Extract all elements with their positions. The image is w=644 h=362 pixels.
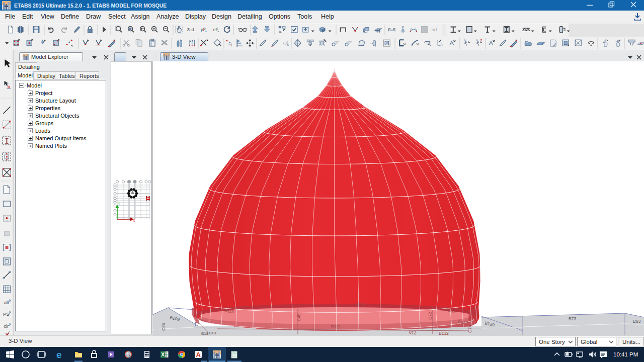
svg-text:C65: C65 (161, 323, 166, 331)
svg-text:3-d: 3-d (187, 27, 194, 32)
svg-text:Properties: Properties (35, 105, 61, 111)
svg-text:Named Output Items: Named Output Items (35, 135, 87, 141)
svg-text:PS: PS (3, 311, 10, 317)
svg-text:10:41 PM: 10:41 PM (613, 351, 638, 357)
svg-text:A: A (196, 351, 201, 358)
svg-text:x: x (133, 218, 135, 223)
svg-text:B131: B131 (356, 302, 366, 307)
svg-text:X: X (161, 351, 165, 357)
svg-text:Model: Model (27, 82, 42, 88)
svg-text:B121: B121 (331, 324, 341, 329)
svg-text:e: e (56, 349, 62, 360)
svg-text:Loads: Loads (35, 128, 50, 134)
svg-text:B63: B63 (633, 319, 640, 324)
svg-text:C45: C45 (296, 313, 301, 321)
svg-text:B132: B132 (439, 331, 449, 335)
svg-text:all: all (4, 300, 9, 305)
svg-text:Structural Objects: Structural Objects (35, 113, 79, 119)
svg-text:C72: C72 (428, 312, 433, 320)
svg-text:B73: B73 (569, 316, 576, 321)
svg-text:C74: C74 (467, 325, 472, 333)
svg-text:B101: B101 (207, 331, 217, 335)
svg-text:Named Plots: Named Plots (35, 143, 67, 149)
svg-text:Structure Layout: Structure Layout (35, 98, 76, 104)
svg-text:n: n (205, 29, 207, 33)
svg-text:Groups: Groups (35, 120, 54, 126)
svg-text:nd: nd (431, 27, 437, 32)
svg-text:k: k (287, 42, 289, 47)
svg-text:Project: Project (35, 90, 52, 96)
svg-text:B12: B12 (409, 329, 417, 335)
svg-text:clr: clr (4, 323, 9, 329)
svg-text:Y: Y (118, 201, 121, 206)
